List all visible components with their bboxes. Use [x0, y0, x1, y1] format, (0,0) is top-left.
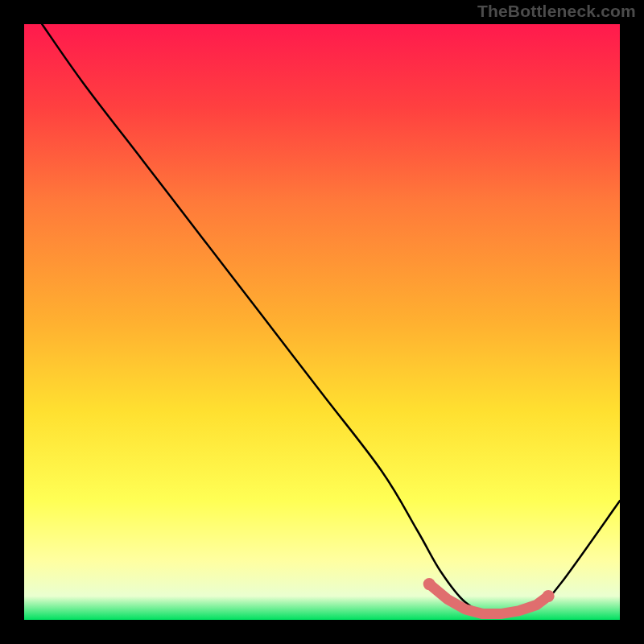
gradient-background	[24, 24, 620, 620]
chart-stage: TheBottleneck.com	[0, 0, 644, 644]
chart-svg	[24, 24, 620, 620]
optimal-range-start-dot	[423, 578, 436, 590]
watermark-text: TheBottleneck.com	[477, 2, 636, 21]
optimal-range-end-dot	[543, 590, 555, 602]
